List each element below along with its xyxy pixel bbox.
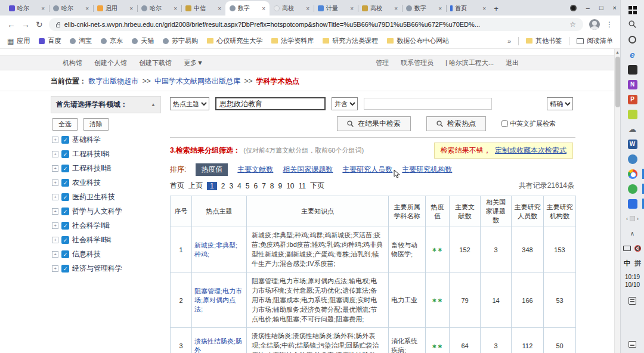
expand-icon[interactable]: + bbox=[52, 194, 58, 200]
page-number-current[interactable]: 1 bbox=[207, 182, 217, 190]
logic-select[interactable]: 并含 bbox=[332, 97, 358, 110]
site-nav-link[interactable]: | 哈尔滨工程大... bbox=[445, 58, 494, 67]
page-number[interactable]: 2 bbox=[221, 182, 225, 190]
search-in-results-button[interactable]: 在结果中检索 bbox=[337, 116, 411, 131]
tab[interactable]: 启用× bbox=[93, 1, 137, 16]
reload-icon[interactable]: ↻ bbox=[36, 20, 43, 29]
column-header[interactable]: 主要所属学科名称 bbox=[389, 196, 426, 227]
subject-item[interactable]: +✓哲学与人文科学 bbox=[52, 206, 161, 216]
page-number[interactable]: 3 bbox=[229, 182, 233, 190]
chrome-icon[interactable] bbox=[621, 166, 644, 181]
taskbar-scroll-box[interactable] bbox=[630, 216, 635, 221]
sort-option[interactable]: 相关国家课题数 bbox=[283, 165, 333, 175]
bookmark-star-icon[interactable]: ☆ bbox=[569, 20, 576, 29]
expand-icon[interactable]: + bbox=[52, 222, 58, 229]
column-header[interactable]: 主要研究机构数 bbox=[544, 196, 576, 227]
internet-globe-icon[interactable] bbox=[621, 151, 644, 166]
mute-speaker-icon[interactable]: 🔇 bbox=[634, 245, 641, 252]
expand-icon[interactable]: + bbox=[52, 137, 58, 143]
tab[interactable]: 高校× bbox=[270, 1, 314, 16]
secondary-search-input[interactable] bbox=[364, 98, 492, 110]
subject-item[interactable]: +✓医药卫生科技 bbox=[52, 192, 161, 202]
tab-close-icon[interactable]: × bbox=[350, 5, 354, 12]
tab[interactable]: 哈尔× bbox=[49, 1, 93, 16]
ie-icon[interactable]: e bbox=[621, 47, 644, 62]
tab[interactable]: 计量× bbox=[314, 1, 358, 16]
close-button[interactable]: × bbox=[613, 4, 617, 11]
column-header[interactable]: 相关国家课题数 bbox=[481, 196, 512, 227]
browser-menu-icon[interactable]: ⋮ bbox=[606, 20, 613, 29]
checked-checkbox-icon[interactable]: ✓ bbox=[61, 165, 69, 172]
checked-checkbox-icon[interactable]: ✓ bbox=[61, 179, 69, 187]
collapse-icon[interactable]: ▲ bbox=[151, 102, 156, 107]
column-header[interactable]: 主要知识点 bbox=[247, 196, 389, 227]
search-field-select[interactable]: 热点主题 bbox=[170, 97, 209, 110]
subject-item[interactable]: +✓经济与管理科学 bbox=[52, 264, 161, 274]
subject-item[interactable]: +✓基础科学 bbox=[52, 135, 161, 145]
page-number[interactable]: 4 bbox=[237, 182, 242, 190]
select-all-button[interactable]: 全选 bbox=[52, 118, 78, 131]
checked-checkbox-icon[interactable]: ✓ bbox=[61, 265, 69, 273]
checked-checkbox-icon[interactable]: ✓ bbox=[61, 193, 69, 201]
tab-close-icon[interactable]: × bbox=[85, 5, 89, 12]
bookmark-item[interactable]: 天猫 bbox=[132, 36, 154, 45]
address-bar[interactable]: elib-cnki-net-s.wvpn.hrbeu.edu.cn/grid20… bbox=[49, 18, 583, 31]
breadcrumb-link-library[interactable]: 中国学术文献网络出版总库 bbox=[154, 77, 240, 85]
new-tab-button[interactable]: + bbox=[490, 2, 502, 14]
app-green2-icon[interactable] bbox=[621, 181, 644, 196]
tab[interactable]: 中信× bbox=[181, 1, 225, 16]
hidden-icons[interactable]: ∧ bbox=[621, 226, 644, 241]
tab-close-icon[interactable]: × bbox=[41, 5, 45, 12]
tab-close-icon[interactable]: × bbox=[174, 5, 177, 12]
sidebar-header[interactable]: 首先请选择学科领域： ▲ bbox=[51, 96, 161, 113]
expand-icon[interactable]: + bbox=[52, 179, 58, 186]
subject-item[interactable]: +✓农业科技 bbox=[52, 178, 161, 188]
minimize-button[interactable]: – bbox=[586, 4, 590, 11]
tab-close-icon[interactable]: × bbox=[394, 5, 398, 12]
column-header[interactable]: 主要研究人员数 bbox=[512, 196, 544, 227]
expand-icon[interactable]: + bbox=[52, 237, 58, 243]
site-nav-link[interactable]: 创建个人馆 bbox=[94, 58, 127, 67]
sort-option[interactable]: 主要文献数 bbox=[237, 165, 273, 175]
page-number[interactable]: 8 bbox=[270, 182, 274, 190]
page-prev[interactable]: 上页 bbox=[188, 181, 203, 191]
bookmark-item[interactable]: 淘宝 bbox=[70, 36, 92, 45]
breadcrumb-link-market[interactable]: 数字出版物超市 bbox=[88, 77, 138, 85]
subject-item[interactable]: +✓信息科技 bbox=[52, 249, 161, 259]
tab-close-icon[interactable]: × bbox=[482, 5, 486, 12]
scroll-up-icon[interactable]: ▲ bbox=[615, 49, 620, 55]
start-button[interactable] bbox=[621, 2, 644, 17]
tab-close-icon[interactable]: × bbox=[129, 5, 133, 12]
page-number[interactable]: 10 bbox=[286, 182, 294, 190]
topic-link[interactable]: 阻塞管理;电力市场;原对偶内点法; bbox=[194, 287, 242, 312]
page-number[interactable]: 5 bbox=[246, 182, 250, 190]
tab[interactable]: 数字× bbox=[402, 1, 446, 16]
display-icon[interactable] bbox=[623, 246, 631, 251]
checked-checkbox-icon[interactable]: ✓ bbox=[61, 222, 69, 230]
tab[interactable]: 高校× bbox=[358, 1, 402, 16]
cortana-icon[interactable] bbox=[621, 32, 644, 47]
checked-checkbox-icon[interactable]: ✓ bbox=[61, 150, 69, 158]
page-number[interactable]: 6 bbox=[253, 182, 258, 190]
app-green-icon[interactable] bbox=[621, 107, 644, 122]
subject-item[interactable]: +✓社会科学Ⅱ辑 bbox=[52, 235, 161, 245]
page-number[interactable]: 9 bbox=[278, 182, 283, 190]
site-nav-link[interactable]: 创建下载馆 bbox=[139, 58, 172, 67]
bookmark-item[interactable]: 心仪研究生大学 bbox=[207, 36, 262, 45]
search-icon[interactable] bbox=[621, 17, 644, 32]
back-icon[interactable]: ← bbox=[7, 20, 16, 29]
other-bookmarks[interactable]: 其他书签 bbox=[526, 36, 562, 45]
column-header[interactable]: 主要文献数 bbox=[450, 196, 481, 227]
column-header[interactable]: 热点主题 bbox=[192, 196, 247, 227]
checked-checkbox-icon[interactable]: ✓ bbox=[61, 136, 69, 144]
word-icon[interactable]: W bbox=[621, 137, 644, 151]
subject-item[interactable]: +✓工程科技Ⅱ辑 bbox=[52, 163, 161, 174]
tab-close-icon[interactable]: × bbox=[262, 5, 265, 12]
sort-option-heat-active[interactable]: 热度值 bbox=[196, 163, 228, 176]
save-query-link[interactable]: 定制或收藏本次检索式 bbox=[495, 146, 566, 154]
site-nav-link[interactable]: 机构馆 bbox=[63, 58, 82, 67]
touch-keyboard[interactable] bbox=[621, 337, 644, 352]
tab-close-icon[interactable]: × bbox=[306, 5, 309, 12]
topic-link[interactable]: 新城疫;非典型;种鸡; bbox=[194, 241, 237, 258]
subject-item[interactable]: +✓工程科技Ⅰ辑 bbox=[52, 149, 161, 159]
